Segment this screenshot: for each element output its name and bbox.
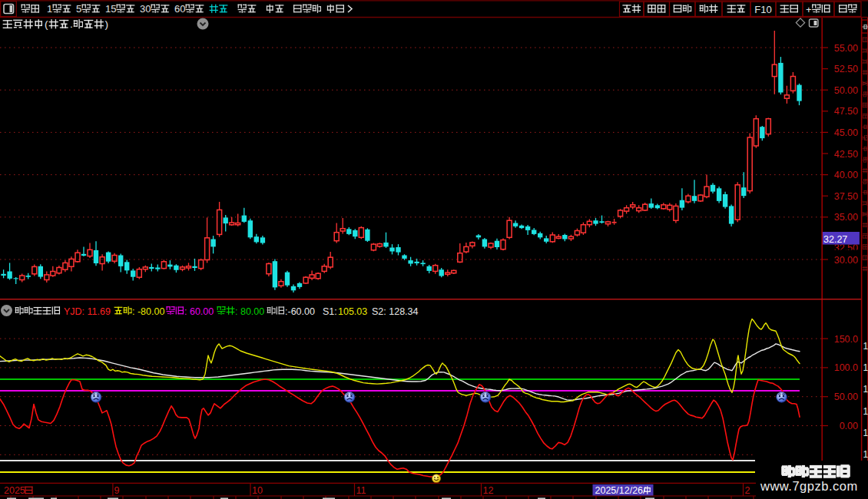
svg-text:: 60.00: : 60.00 [184,306,214,317]
svg-text:42.50: 42.50 [834,149,858,160]
svg-text:S2: 128.34: S2: 128.34 [372,306,419,317]
svg-text:2: 2 [745,485,750,496]
svg-text:): ) [105,18,109,30]
svg-text:1: 1 [863,406,868,417]
svg-text:5: 5 [76,3,81,15]
svg-text:www.7gpzb.com: www.7gpzb.com [760,479,858,493]
svg-text:15: 15 [105,3,116,15]
svg-text:40.00: 40.00 [834,170,858,180]
svg-text:1: 1 [47,3,52,15]
svg-text:(: ( [45,18,48,30]
svg-text:45.00: 45.00 [834,127,858,138]
svg-text:: 80.00: : 80.00 [235,306,264,317]
svg-text:30: 30 [140,3,151,15]
svg-text:YJD: 11.69: YJD: 11.69 [64,306,111,317]
svg-text:+: + [806,4,812,15]
svg-text:60: 60 [174,3,185,15]
svg-text:F10: F10 [754,4,771,15]
svg-text:1: 1 [863,341,868,352]
svg-text:12: 12 [483,485,494,496]
svg-text:0.00: 0.00 [840,421,858,431]
svg-text:1: 1 [863,362,868,373]
svg-text:S1:: S1: [323,306,337,317]
svg-text:9: 9 [114,485,120,496]
svg-text:2025/12/26/: 2025/12/26/ [595,485,647,496]
svg-text:50.00: 50.00 [834,392,858,402]
svg-text:1: 1 [863,428,868,438]
svg-text:1: 1 [863,449,868,460]
svg-text:11: 11 [356,485,366,496]
svg-text:35.00: 35.00 [834,212,858,223]
svg-text:: -80.00: : -80.00 [132,306,164,317]
svg-text:50.00: 50.00 [834,85,858,96]
svg-text:2025: 2025 [4,485,25,496]
svg-text::-60.00: :-60.00 [285,306,315,317]
svg-text:32.27: 32.27 [823,234,847,245]
svg-text:100.0: 100.0 [834,362,858,373]
svg-text:47.50: 47.50 [834,106,858,117]
svg-text:150.0: 150.0 [834,334,858,345]
svg-text:105.03: 105.03 [338,306,367,317]
svg-text:1: 1 [863,384,868,395]
svg-text:10: 10 [252,485,263,496]
svg-text:.: . [70,18,73,30]
svg-text:52.50: 52.50 [834,64,858,74]
svg-text:55.00: 55.00 [834,43,858,54]
svg-text:30.00: 30.00 [834,255,858,266]
svg-text:37.50: 37.50 [834,191,858,202]
